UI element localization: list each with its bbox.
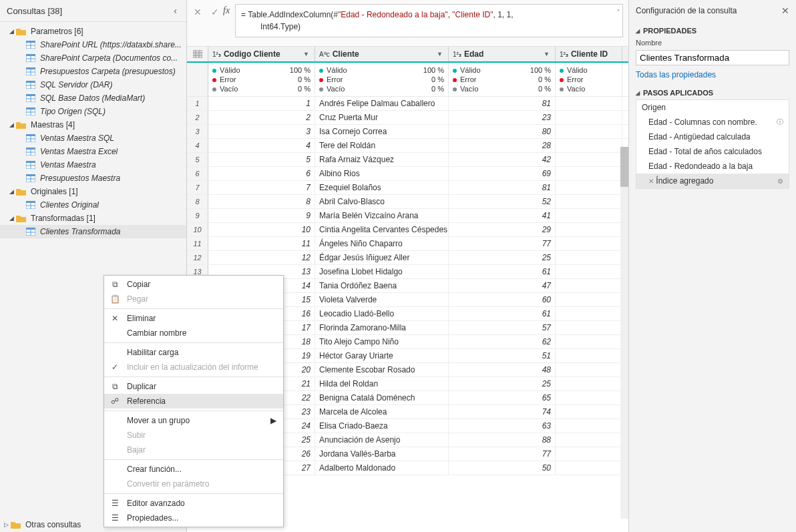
table-row[interactable]: 11Andrés Felipe Dalmau Caballero81 xyxy=(187,97,628,111)
table-icon xyxy=(25,174,36,183)
table-icon xyxy=(25,200,36,210)
row-header[interactable]: 12 xyxy=(187,251,208,264)
svg-rect-21 xyxy=(26,107,35,109)
check-icon: ✓ xyxy=(110,362,120,372)
row-header[interactable]: 2 xyxy=(187,111,208,124)
context-menu: ⧉Copiar 📋Pegar ✕Eliminar Cambiar nombre … xyxy=(104,275,284,527)
accept-formula-icon[interactable]: ✓ xyxy=(210,7,220,17)
column-cliente-id[interactable]: 1²₃Cliente ID xyxy=(556,47,622,61)
cm-duplicate[interactable]: ⧉Duplicar xyxy=(104,379,283,394)
table-row[interactable]: 1010Cintia Angelita Cervantes Céspedes29 xyxy=(187,223,628,237)
cm-move-group[interactable]: Mover a un grupo▶ xyxy=(104,413,283,428)
cm-copy[interactable]: ⧉Copiar xyxy=(104,277,283,292)
sidebar-query-item[interactable]: SQL Base Datos (MediaMart) xyxy=(0,91,186,105)
column-edad[interactable]: 1²₃Edad ▼ xyxy=(449,47,556,61)
cm-properties[interactable]: ☰Propiedades... xyxy=(104,511,283,525)
paste-icon: 📋 xyxy=(110,294,120,304)
applied-step[interactable]: Edad - Columnas con nombre.ⓘ xyxy=(636,115,789,129)
row-header[interactable]: 9 xyxy=(187,209,208,222)
sidebar-group[interactable]: ◢Parametros [6] xyxy=(0,25,186,38)
applied-step[interactable]: Edad - Redondeado a la baja xyxy=(636,159,789,174)
fx-icon[interactable]: fx xyxy=(223,4,230,16)
cm-paste: 📋Pegar xyxy=(104,292,283,306)
row-header[interactable]: 6 xyxy=(187,167,208,180)
svg-rect-33 xyxy=(26,161,35,163)
table-icon xyxy=(25,40,36,49)
cm-rename[interactable]: Cambiar nombre xyxy=(104,326,283,340)
column-dropdown-icon[interactable]: ▼ xyxy=(435,49,444,59)
applied-step[interactable]: ✕ Índice agregado⚙ xyxy=(636,174,789,188)
chevron-right-icon: ▷ xyxy=(4,521,11,528)
table-row[interactable]: 55Rafa Arnaiz Vázquez42 xyxy=(187,153,628,167)
table-icon xyxy=(25,160,36,170)
applied-step[interactable]: Edad - Total de años calculados xyxy=(636,144,789,159)
row-header[interactable]: 5 xyxy=(187,153,208,166)
sidebar-query-item[interactable]: Clientes Transformada xyxy=(0,225,186,238)
sidebar-query-item[interactable]: Tipo Origen (SQL) xyxy=(0,105,186,118)
row-header[interactable]: 8 xyxy=(187,195,208,208)
applied-step[interactable]: Edad - Antigüedad calculada xyxy=(636,129,789,144)
folder-icon xyxy=(16,187,27,196)
row-header[interactable]: 4 xyxy=(187,139,208,152)
type-number-icon: 1²₃ xyxy=(212,51,221,58)
sidebar-query-item[interactable]: Ventas Maestra xyxy=(0,158,186,172)
table-row[interactable]: 99María Belén Vizcaíno Arana41 xyxy=(187,209,628,223)
formula-input[interactable]: = Table.AddIndexColumn(#"Edad - Redondea… xyxy=(235,4,623,37)
cm-create-func[interactable]: Crear función... xyxy=(104,462,283,477)
cm-move-down: Bajar xyxy=(104,443,283,457)
folder-icon xyxy=(11,520,21,529)
applied-step[interactable]: Origen xyxy=(636,100,789,115)
sidebar-query-item[interactable]: Ventas Maestra Excel xyxy=(0,145,186,158)
cm-delete[interactable]: ✕Eliminar xyxy=(104,311,283,326)
folder-icon xyxy=(16,27,27,36)
properties-section-title[interactable]: PROPIEDADES xyxy=(636,24,789,37)
close-icon[interactable]: ✕ xyxy=(781,5,789,16)
row-header[interactable]: 1 xyxy=(187,97,208,110)
info-icon[interactable]: ⓘ xyxy=(777,117,783,127)
sidebar-query-item[interactable]: Presupuestos Carpeta (presupuestos) xyxy=(0,65,186,78)
table-row[interactable]: 22Cruz Puerta Mur23 xyxy=(187,111,628,125)
table-select-all[interactable] xyxy=(187,47,208,61)
type-number-icon: 1²₃ xyxy=(453,51,461,58)
sidebar-query-item[interactable]: SharePoint Carpeta (Documentos co... xyxy=(0,51,186,65)
table-row[interactable]: 77Ezequiel Bolaños81 xyxy=(187,181,628,195)
table-row[interactable]: 88Abril Calvo-Blasco52 xyxy=(187,195,628,209)
sidebar-query-item[interactable]: Ventas Maestra SQL xyxy=(0,131,186,145)
cm-reference[interactable]: ☍Referencia xyxy=(104,394,283,409)
column-dropdown-icon[interactable]: ▼ xyxy=(302,49,311,59)
sidebar-query-item[interactable]: Clientes Original xyxy=(0,198,186,212)
vertical-scrollbar[interactable] xyxy=(620,147,628,519)
svg-rect-25 xyxy=(26,134,35,136)
sidebar-query-item[interactable]: SharePoint URL (https://dataxbi.share... xyxy=(0,38,186,51)
column-codigo-cliente[interactable]: 1²₃Codigo Cliente ▼ xyxy=(208,47,315,61)
svg-rect-41 xyxy=(26,201,35,203)
all-properties-link[interactable]: Todas las propiedades xyxy=(636,67,716,82)
steps-section-title[interactable]: PASOS APLICADOS xyxy=(636,86,789,99)
row-header[interactable]: 3 xyxy=(187,125,208,138)
row-header[interactable]: 10 xyxy=(187,223,208,236)
svg-rect-29 xyxy=(26,148,35,150)
folder-icon xyxy=(16,120,27,129)
cancel-formula-icon[interactable]: ✕ xyxy=(192,7,203,17)
table-row[interactable]: 44Tere del Roldán28 xyxy=(187,139,628,153)
sidebar-group[interactable]: ◢Originales [1] xyxy=(0,185,186,198)
column-cliente[interactable]: AᴮcCliente ▼ xyxy=(315,47,449,61)
delete-step-icon[interactable]: ✕ xyxy=(648,178,654,185)
sidebar-query-item[interactable]: Presupuestos Maestra xyxy=(0,172,186,185)
column-dropdown-icon[interactable]: ▼ xyxy=(542,49,551,59)
collapse-sidebar-icon[interactable]: ‹ xyxy=(171,5,180,16)
sidebar-query-item[interactable]: SQL Servidor (DAR) xyxy=(0,78,186,91)
table-row[interactable]: 33Isa Cornejo Correa80 xyxy=(187,125,628,139)
query-name-input[interactable] xyxy=(636,50,789,65)
table-row[interactable]: 1212Édgar Jesús Iñiguez Aller25 xyxy=(187,251,628,265)
cm-enable-load[interactable]: Habilitar carga xyxy=(104,345,283,360)
table-row[interactable]: 66Albino Rios69 xyxy=(187,167,628,181)
row-header[interactable]: 7 xyxy=(187,181,208,194)
gear-icon[interactable]: ⚙ xyxy=(777,178,783,185)
row-header[interactable]: 11 xyxy=(187,237,208,250)
table-row[interactable]: 1111Ángeles Niño Chaparro77 xyxy=(187,237,628,251)
expand-formula-icon[interactable]: ˆ xyxy=(617,7,620,19)
cm-adv-editor[interactable]: ☰Editor avanzado xyxy=(104,496,283,511)
sidebar-group[interactable]: ◢Transformadas [1] xyxy=(0,212,186,225)
sidebar-group[interactable]: ◢Maestras [4] xyxy=(0,118,186,131)
